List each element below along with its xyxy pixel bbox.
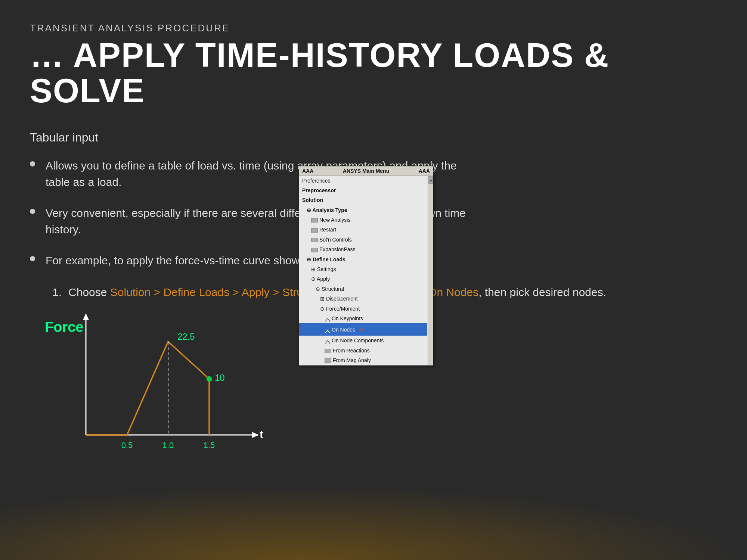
menu-item-soln-controls[interactable]: Sol'n Controls xyxy=(299,235,427,245)
menu-item-on-keypoints[interactable]: On Keypoints xyxy=(299,314,427,323)
bottom-section: Force xyxy=(30,312,717,461)
scrollbar-up[interactable] xyxy=(428,176,433,184)
bullet-dot-3 xyxy=(30,256,35,261)
svg-marker-3 xyxy=(252,432,259,438)
section-label: Tabular input xyxy=(30,131,717,144)
menu-item-from-mag-analy[interactable]: From Mag Analy xyxy=(299,355,427,365)
new-analysis-icon xyxy=(311,218,318,223)
svg-point-5 xyxy=(207,376,212,382)
menu-item-restart[interactable]: Restart xyxy=(299,225,427,234)
on-nodes-icon xyxy=(325,328,331,332)
slide: TRANSIENT ANALYSIS PROCEDURE … APPLY TIM… xyxy=(0,0,747,560)
menu-item-from-reactions[interactable]: From Reactions xyxy=(299,346,427,355)
step-number-1: 1. xyxy=(52,284,62,301)
menu-title-left: AAA xyxy=(302,168,313,174)
keypoints-icon xyxy=(325,316,331,321)
svg-text:0.5: 0.5 xyxy=(121,441,133,450)
bullet-dot-2 xyxy=(30,209,35,214)
menu-item-settings[interactable]: ⊞ Settings xyxy=(299,264,427,274)
menu-title-right: AAA xyxy=(419,168,430,174)
step-1-suffix: , then pick desired nodes. xyxy=(478,286,606,298)
svg-text:10: 10 xyxy=(215,373,225,383)
menu-item-preprocessor[interactable]: Preprocessor xyxy=(299,186,427,195)
restart-icon xyxy=(311,228,318,233)
from-mag-analy-icon xyxy=(325,358,331,363)
menu-scroll-area[interactable]: Preferences Preprocessor Solution ⊝ Anal… xyxy=(299,176,433,365)
bullet-dot-1 xyxy=(30,161,35,167)
chart-svg: 0.5 1.0 1.5 t 22.5 10 xyxy=(41,312,280,461)
menu-item-solution[interactable]: Solution xyxy=(299,195,427,205)
soln-controls-icon xyxy=(311,238,318,242)
menu-item-apply[interactable]: ⊝ Apply xyxy=(299,274,427,284)
svg-text:1.5: 1.5 xyxy=(204,441,215,450)
ansys-menu-panel: AAA ANSYS Main Menu AAA Preferences Prep… xyxy=(299,166,433,366)
menu-item-on-nodes[interactable]: On Nodes ← xyxy=(299,323,427,336)
chart-container: Force xyxy=(30,312,284,461)
menu-item-force-moment[interactable]: ⊝ Force/Moment xyxy=(299,304,427,314)
from-reactions-icon xyxy=(325,349,331,353)
expansion-pass-icon xyxy=(311,248,318,252)
svg-text:1.0: 1.0 xyxy=(162,441,174,450)
svg-text:t: t xyxy=(260,429,263,440)
menu-title-center: ANSYS Main Menu xyxy=(343,168,389,174)
on-nodes-arrow: ← xyxy=(358,324,365,335)
menu-item-structural[interactable]: ⊝ Structural xyxy=(299,284,427,294)
menu-item-expansion-pass[interactable]: ExpansionPass xyxy=(299,245,427,254)
slide-title: … APPLY TIME-HISTORY LOADS & SOLVE xyxy=(30,38,717,108)
menu-scrollbar[interactable] xyxy=(428,176,433,365)
step-1-prefix: Choose xyxy=(68,286,110,298)
menu-titlebar: AAA ANSYS Main Menu AAA xyxy=(299,167,433,176)
svg-text:22.5: 22.5 xyxy=(177,332,195,342)
menu-item-on-node-components[interactable]: On Node Components xyxy=(299,336,427,345)
menu-item-displacement[interactable]: ⊞ Displacement xyxy=(299,294,427,304)
slide-subtitle: TRANSIENT ANALYSIS PROCEDURE xyxy=(30,22,717,34)
menu-item-analysis-type[interactable]: ⊝ Analysis Type xyxy=(299,205,427,215)
menu-item-define-loads[interactable]: ⊝ Define Loads xyxy=(299,255,427,264)
menu-item-new-analysis[interactable]: New Analysis xyxy=(299,215,427,225)
bullet-text-3: For example, to apply the force-vs-time … xyxy=(46,252,309,269)
node-components-icon xyxy=(325,338,331,343)
svg-marker-15 xyxy=(429,179,433,181)
svg-marker-1 xyxy=(83,313,89,320)
menu-item-preferences[interactable]: Preferences xyxy=(299,176,427,186)
